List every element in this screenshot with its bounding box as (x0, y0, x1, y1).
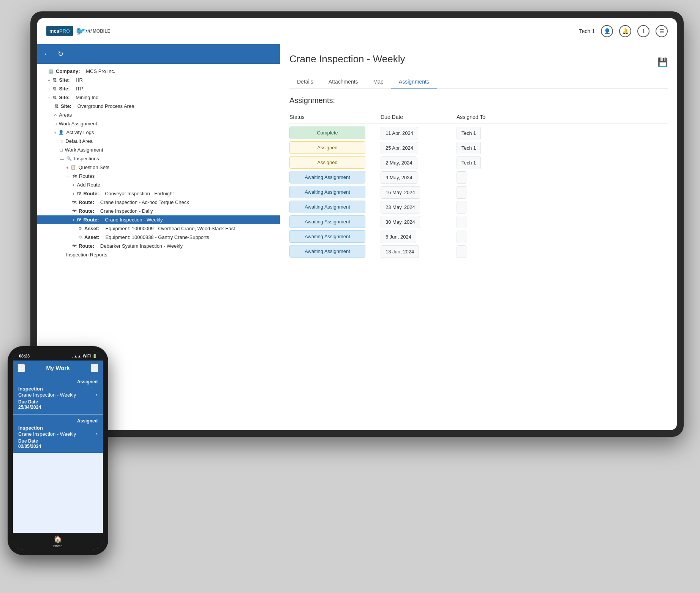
chevron-right-icon: › (96, 431, 98, 437)
sidebar-item-route-conveyor[interactable]: + 🗺 Route: Conveyor Inspection - Fortnig… (37, 189, 280, 198)
due-date-field[interactable]: 23 May, 2024 (381, 201, 420, 213)
assigned-to-field[interactable] (457, 231, 466, 243)
sidebar-item-route-daily[interactable]: 🗺 Route: Crane Inspection - Daily (37, 207, 280, 215)
assigned-to-field[interactable] (457, 245, 466, 258)
phone-time: 08:23 (19, 354, 30, 358)
due-date-field[interactable]: 13 Jun, 2024 (381, 245, 419, 258)
logo-mobile-text: MOBILE (93, 28, 111, 34)
work-card[interactable]: Assigned Inspection Crane Inspection - W… (13, 414, 103, 454)
logo: mcsPRO 🐦 rift MOBILE (46, 26, 111, 36)
route-icon: 🗺 (77, 191, 81, 196)
card-name: Crane Inspection - Weekly › (18, 392, 98, 398)
table-row: Awaiting Assignment 6 Jun, 2024 (289, 230, 668, 243)
logo-mcs: mcs (49, 28, 59, 34)
due-date-field[interactable]: 25 Apr, 2024 (381, 142, 418, 154)
tab-assignments[interactable]: Assignments (391, 76, 437, 89)
assigned-to-field[interactable] (457, 216, 466, 228)
sidebar-item-inspection-reports[interactable]: Inspection Reports (37, 250, 280, 259)
sidebar-item-site-overground[interactable]: — 🏗 Site: Overground Process Area (37, 102, 280, 111)
assigned-to-field[interactable]: Tech 1 (457, 157, 481, 169)
sidebar-item-add-route[interactable]: + Add Route (37, 180, 280, 189)
sidebar-item-inspections[interactable]: — 🔍 Inspections (37, 154, 280, 163)
card-status: Assigned (18, 379, 98, 384)
phone-bottom-bar: 🏠 Home (13, 533, 103, 550)
sidebar-item-route-weekly[interactable]: + 🗺 Route: Crane Inspection - Weekly (37, 215, 280, 224)
table-row: Complete 11 Apr, 2024 Tech 1 (289, 127, 668, 139)
work-card[interactable]: Assigned Inspection Crane Inspection - W… (13, 375, 103, 414)
due-date-field[interactable]: 11 Apr, 2024 (381, 127, 418, 139)
top-right-area: Tech 1 👤 🔔 ℹ ☰ (579, 25, 668, 37)
route-icon: 🗺 (72, 244, 76, 248)
tab-map[interactable]: Map (366, 76, 391, 89)
status-badge: Assigned (289, 156, 365, 169)
sidebar-item-question-sets[interactable]: + 📋 Question Sets (37, 163, 280, 172)
sidebar-item-site-hr[interactable]: + 🏗 Site: HR (37, 76, 280, 84)
phone-content: Assigned Inspection Crane Inspection - W… (13, 375, 103, 533)
sidebar-nav: ← ↻ (37, 44, 280, 64)
due-date-field[interactable]: 9 May, 2024 (381, 171, 417, 184)
sidebar-item-activity-logs[interactable]: + 👤 Activity Logs (37, 128, 280, 137)
battery-icon: 🔋 (92, 354, 97, 358)
sidebar-item-default-work[interactable]: □ Work Assignment (37, 145, 280, 154)
save-button[interactable]: 💾 (657, 57, 668, 67)
plus-icon: + (72, 183, 74, 187)
home-button[interactable]: 🏠 Home (53, 535, 62, 548)
refresh-button[interactable]: ↻ (58, 50, 63, 58)
clipboard-icon: 📋 (71, 165, 76, 170)
due-date-field[interactable]: 30 May, 2024 (381, 216, 420, 228)
plus-icon: + (66, 165, 68, 170)
table-row: Awaiting Assignment 13 Jun, 2024 (289, 245, 668, 258)
status-badge: Awaiting Assignment (289, 230, 365, 243)
due-date-field[interactable]: 6 Jun, 2024 (381, 231, 416, 243)
calendar-icon: □ (54, 122, 57, 126)
due-date-field[interactable]: 16 May, 2024 (381, 186, 420, 199)
sidebar-item-asset-10000009[interactable]: ⚙ Asset: Equipment: 10000009 - Overhead … (37, 224, 280, 233)
home-icon: 🏠 (54, 535, 62, 543)
page-title: Crane Inspection - Weekly (289, 53, 405, 65)
back-button[interactable]: ← (43, 50, 50, 58)
site-icon: 🏗 (54, 104, 58, 109)
inspect-icon: 🔍 (66, 156, 72, 161)
table-row: Awaiting Assignment 16 May, 2024 (289, 186, 668, 198)
company-icon: 🏢 (48, 69, 54, 74)
assigned-to-field[interactable] (457, 171, 466, 184)
logo-pro: PRO (59, 28, 70, 34)
wifi-icon: WiFi (83, 354, 91, 358)
area-icon: ○ (54, 112, 57, 118)
sidebar-item-route-torque[interactable]: 🗺 Route: Crane Inspection - Ad-hoc Torqu… (37, 198, 280, 207)
table-row: Awaiting Assignment 30 May, 2024 (289, 215, 668, 228)
assigned-to-field[interactable]: Tech 1 (457, 142, 481, 154)
minus-icon: — (60, 157, 64, 161)
sidebar-item-route-debarker[interactable]: 🗺 Route: Debarker System Inspection - We… (37, 242, 280, 250)
menu-icon[interactable]: ☰ (656, 25, 668, 37)
site-icon: 🏗 (52, 87, 57, 91)
sidebar-item-default-area[interactable]: — ○ Default Area (37, 137, 280, 145)
plus-icon: + (48, 95, 50, 100)
route-icon: 🗺 (72, 200, 76, 205)
plus-icon: + (72, 218, 74, 222)
tab-details[interactable]: Details (289, 76, 321, 89)
tab-attachments[interactable]: Attachments (321, 76, 366, 89)
assigned-to-field[interactable] (457, 201, 466, 213)
assigned-to-field[interactable] (457, 186, 466, 199)
minus-icon: — (42, 69, 46, 74)
phone-back-button[interactable]: ← (17, 364, 25, 372)
user-icon[interactable]: 👤 (601, 25, 613, 37)
info-icon[interactable]: ℹ (637, 25, 649, 37)
sidebar-item-routes[interactable]: — 🗺 Routes (37, 172, 280, 180)
notification-icon[interactable]: 🔔 (619, 25, 631, 37)
card-due-label: Due Date (18, 399, 98, 405)
card-type: Inspection (18, 425, 98, 431)
sidebar-item-company[interactable]: — 🏢 Company: MCS Pro Inc. (37, 67, 280, 76)
sidebar-item-areas[interactable]: ○ Areas (37, 111, 280, 119)
sidebar-item-site-mining[interactable]: + 🏗 Site: Mining Inc (37, 93, 280, 102)
table-row: Assigned 2 May, 2024 Tech 1 (289, 156, 668, 169)
plus-icon: + (48, 78, 50, 82)
card-due-label: Due Date (18, 438, 98, 444)
sidebar-item-asset-10000838[interactable]: ⚙ Asset: Equipment: 10000838 - Gantry Cr… (37, 233, 280, 242)
sidebar-item-site-itp[interactable]: + 🏗 Site: ITP (37, 84, 280, 93)
assigned-to-field[interactable]: Tech 1 (457, 127, 481, 139)
sidebar-item-work-assignment[interactable]: □ Work Assignment (37, 119, 280, 128)
phone-menu-button[interactable]: ⋮ (91, 364, 98, 372)
due-date-field[interactable]: 2 May, 2024 (381, 157, 417, 169)
